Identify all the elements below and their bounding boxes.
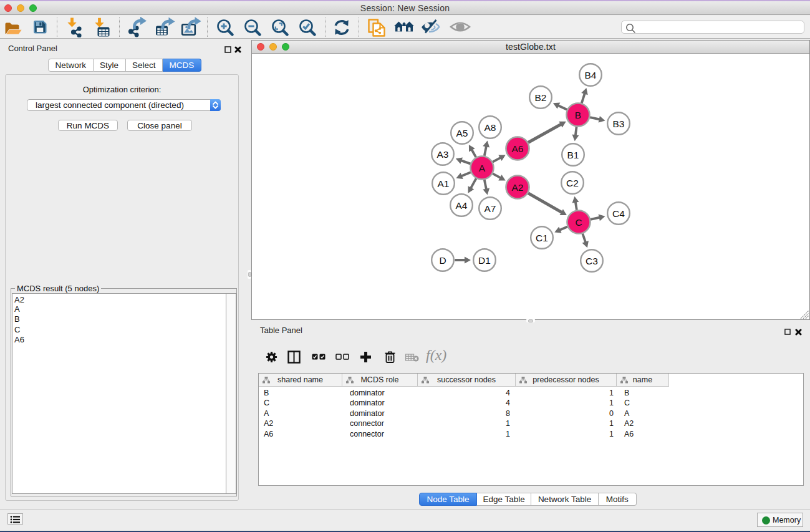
svg-text:A2: A2 <box>512 182 524 193</box>
svg-text:B: B <box>575 110 581 120</box>
svg-text:A4: A4 <box>456 200 468 211</box>
svg-text:A8: A8 <box>485 122 496 133</box>
svg-text:C1: C1 <box>536 233 548 243</box>
svg-text:C3: C3 <box>586 256 598 266</box>
svg-text:A3: A3 <box>437 149 449 160</box>
svg-text:B2: B2 <box>535 92 547 103</box>
svg-text:C2: C2 <box>566 178 579 188</box>
svg-text:A6: A6 <box>512 143 524 154</box>
svg-text:B3: B3 <box>613 118 625 129</box>
svg-text:A1: A1 <box>438 178 450 189</box>
svg-text:B1: B1 <box>567 150 579 160</box>
svg-text:D: D <box>439 255 446 266</box>
svg-text:A: A <box>479 163 486 173</box>
svg-text:B4: B4 <box>585 70 597 80</box>
svg-text:C: C <box>575 217 582 228</box>
svg-text:D1: D1 <box>478 255 491 266</box>
svg-text:A7: A7 <box>485 203 496 214</box>
svg-text:C4: C4 <box>612 208 625 219</box>
svg-text:A5: A5 <box>456 128 468 138</box>
